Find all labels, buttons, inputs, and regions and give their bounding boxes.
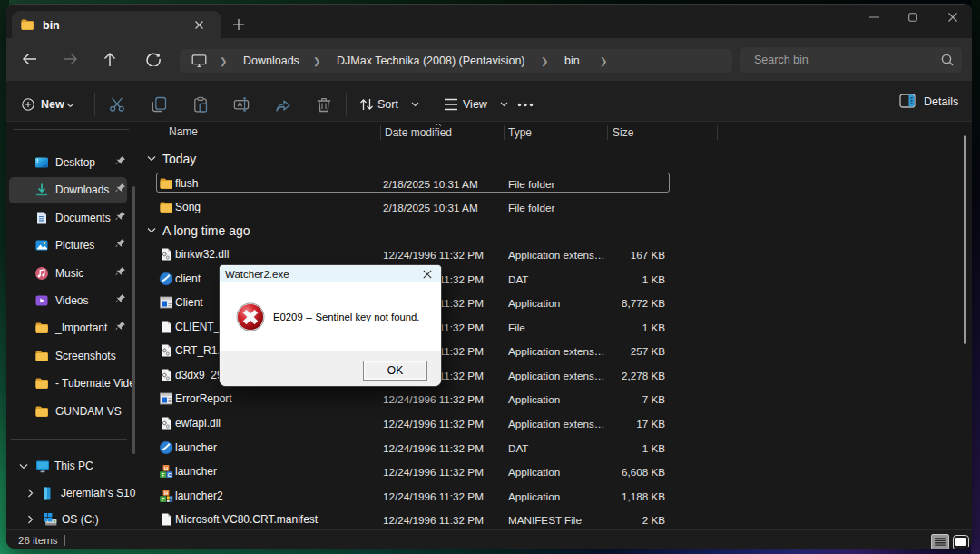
svg-text:H: H (164, 490, 168, 496)
svg-text:H: H (164, 466, 168, 471)
svg-text:C: C (168, 472, 172, 478)
